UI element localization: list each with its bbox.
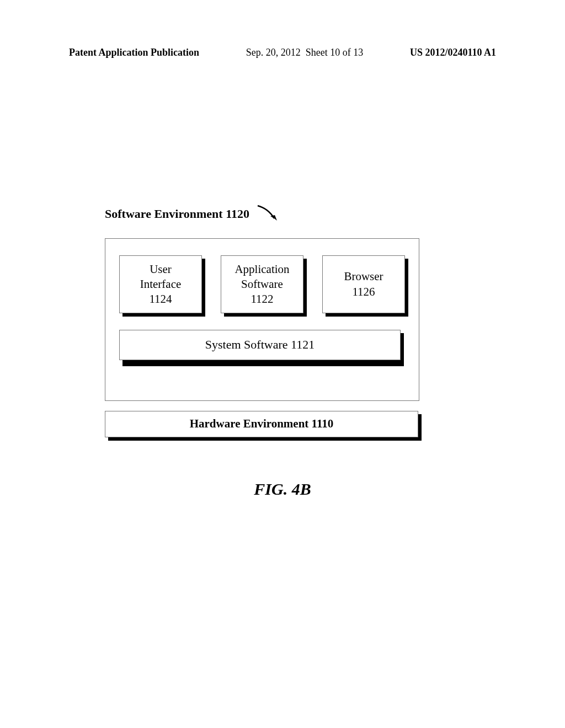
diagram-container: Software Environment 1120 User Interface… bbox=[105, 204, 447, 437]
application-software-box: Application Software 1122 bbox=[221, 255, 303, 313]
page-header: Patent Application Publication Sep. 20, … bbox=[0, 47, 565, 58]
software-environment-box: User Interface 1124 Application Software… bbox=[105, 238, 419, 401]
browser-box: Browser 1126 bbox=[322, 255, 405, 313]
publication-number: US 2012/0240110 A1 bbox=[410, 47, 496, 58]
user-interface-box: User Interface 1124 bbox=[119, 255, 202, 313]
figure-label: FIG. 4B bbox=[0, 480, 565, 499]
pointer-arrow-icon bbox=[256, 204, 281, 227]
publication-type: Patent Application Publication bbox=[69, 47, 199, 58]
hardware-environment-box: Hardware Environment 1110 bbox=[105, 411, 418, 437]
software-env-label: Software Environment 1120 bbox=[105, 207, 249, 221]
system-software-box: System Software 1121 bbox=[119, 330, 401, 363]
publication-date-sheet: Sep. 20, 2012 Sheet 10 of 13 bbox=[246, 47, 363, 58]
